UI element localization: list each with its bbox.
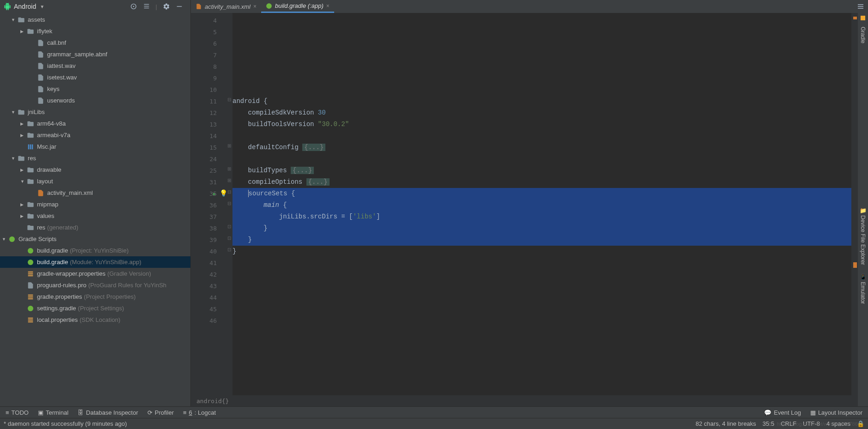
fold-toggle[interactable] <box>226 105 232 117</box>
logcat-tool[interactable]: ≡ 6: Logcat <box>183 409 216 416</box>
code-line[interactable]: buildTypes {...} <box>232 165 851 176</box>
collapse-icon[interactable] <box>143 3 150 10</box>
code-line[interactable]: compileOptions {...} <box>232 176 851 188</box>
tree-item[interactable]: settings.gradle(Project Settings) <box>0 302 190 314</box>
code-line[interactable]: } <box>232 246 851 257</box>
code-line[interactable] <box>232 84 851 96</box>
fold-toggle[interactable] <box>226 71 232 82</box>
line-number[interactable]: 39 <box>191 234 226 246</box>
tree-item[interactable]: isetest.wav <box>0 72 190 83</box>
fold-toggle[interactable] <box>226 128 232 140</box>
fold-toggle[interactable] <box>226 313 232 325</box>
line-gutter[interactable]: 45678910111213141524253135▶3637383940414… <box>191 13 226 395</box>
line-number[interactable]: 14 <box>191 130 226 142</box>
tree-item[interactable]: build.gradle(Module: YuYinShiBie.app) <box>0 256 190 268</box>
fold-toggle[interactable]: ⊞ <box>226 163 232 175</box>
terminal-tool[interactable]: ▣ Terminal <box>38 409 68 416</box>
fold-toggle[interactable] <box>226 24 232 36</box>
line-number[interactable]: 42 <box>191 269 226 280</box>
line-number[interactable]: 45 <box>191 303 226 315</box>
tree-item[interactable]: ▼res <box>0 152 190 164</box>
project-tree[interactable]: ▼assets▶iflytekcall.bnfgrammar_sample.ab… <box>0 13 191 406</box>
line-number[interactable]: 25 <box>191 165 226 176</box>
fold-toggle[interactable] <box>226 267 232 278</box>
fold-toggle[interactable]: ⊡ <box>226 232 232 244</box>
tree-item[interactable]: ▶values <box>0 210 190 222</box>
fold-toggle[interactable] <box>226 302 232 313</box>
project-view-header[interactable]: Android ▼ | <box>0 0 191 13</box>
code-line[interactable] <box>232 315 851 326</box>
tab-build-gradle[interactable]: build.gradle (:app) × <box>261 0 334 13</box>
database-inspector-tool[interactable]: 🗄 Database Inspector <box>78 409 138 416</box>
code-line[interactable]: android { <box>232 96 851 107</box>
tree-item[interactable]: activity_main.xml <box>0 187 190 199</box>
code-line[interactable]: } <box>232 223 851 234</box>
line-number[interactable]: 46 <box>191 315 226 326</box>
tree-item[interactable]: proguard-rules.pro(ProGuard Rules for Yu… <box>0 279 190 291</box>
fold-toggle[interactable]: ⊡ <box>226 244 232 255</box>
tree-item[interactable]: build.gradle(Project: YuYinShiBie) <box>0 245 190 256</box>
tree-item[interactable]: call.bnf <box>0 37 190 48</box>
line-number[interactable]: 10 <box>191 84 226 96</box>
line-number[interactable]: 13 <box>191 119 226 130</box>
fold-toggle[interactable] <box>226 151 232 163</box>
profiler-tool[interactable]: ⟳ Profiler <box>147 409 174 416</box>
tab-activity-main[interactable]: activity_main.xml × <box>191 0 261 13</box>
line-number[interactable]: 41 <box>191 257 226 269</box>
line-number[interactable]: 8 <box>191 61 226 73</box>
line-number[interactable]: 31 <box>191 176 226 188</box>
code-line[interactable]: sourceSets {💡 <box>232 188 851 199</box>
tree-item[interactable]: ▼layout <box>0 175 190 187</box>
code-line[interactable] <box>232 61 851 73</box>
line-number[interactable]: 6 <box>191 38 226 49</box>
tree-item[interactable]: ▶armeabi-v7a <box>0 129 190 141</box>
gear-icon[interactable] <box>163 3 170 10</box>
code-line[interactable] <box>232 26 851 38</box>
line-number[interactable]: 38 <box>191 223 226 234</box>
gradle-tool-tab[interactable]: Gradle <box>859 25 867 45</box>
line-number[interactable]: 4 <box>191 15 226 26</box>
fold-toggle[interactable] <box>226 209 232 221</box>
code-line[interactable]: } <box>232 234 851 246</box>
run-gutter-icon[interactable]: ▶ <box>213 191 216 196</box>
tree-item[interactable]: ▼assets <box>0 14 190 25</box>
fold-toggle[interactable] <box>226 255 232 267</box>
fold-toggle[interactable] <box>226 36 232 48</box>
emulator-tab[interactable]: 📱 Emulator <box>859 272 867 306</box>
error-stripe[interactable] <box>851 13 858 395</box>
line-number[interactable]: 40 <box>191 246 226 257</box>
line-number[interactable]: 15 <box>191 142 226 153</box>
code-line[interactable] <box>232 280 851 292</box>
line-number[interactable]: 11 <box>191 96 226 107</box>
code-line[interactable] <box>232 73 851 84</box>
line-number[interactable]: 7 <box>191 49 226 61</box>
tree-item[interactable]: userwords <box>0 95 190 106</box>
tree-item[interactable]: ▼jniLibs <box>0 106 190 118</box>
layout-inspector-tool[interactable]: ▦ Layout Inspector <box>810 409 862 416</box>
tree-item[interactable]: keys <box>0 83 190 95</box>
fold-toggle[interactable]: ⊞ <box>226 175 232 186</box>
code-line[interactable] <box>232 130 851 142</box>
event-log-tool[interactable]: 💬 Event Log <box>764 409 801 416</box>
code-line[interactable] <box>232 49 851 61</box>
tree-item[interactable]: ▶mipmap <box>0 199 190 210</box>
reader-mode-icon[interactable] <box>857 3 864 10</box>
fold-toggle[interactable]: ⊞ <box>226 140 232 151</box>
fold-toggle[interactable] <box>226 278 232 290</box>
code-line[interactable] <box>232 38 851 49</box>
tree-item[interactable]: local.properties(SDK Location) <box>0 314 190 326</box>
tree-item[interactable]: iattest.wav <box>0 60 190 72</box>
tree-item[interactable]: gradle-wrapper.properties(Gradle Version… <box>0 268 190 279</box>
line-number[interactable]: 24 <box>191 153 226 165</box>
fold-toggle[interactable] <box>226 59 232 71</box>
minimize-icon[interactable] <box>176 3 183 10</box>
code-line[interactable]: buildToolsVersion "30.0.2" <box>232 119 851 130</box>
device-file-explorer-tab[interactable]: 📁 Device File Explorer <box>859 205 867 267</box>
tree-item[interactable]: Msc.jar <box>0 141 190 152</box>
caret-position[interactable]: 35:5 <box>763 420 774 427</box>
close-icon[interactable]: × <box>253 3 257 10</box>
line-number[interactable]: 44 <box>191 292 226 303</box>
code-line[interactable]: main { <box>232 199 851 211</box>
fold-toggle[interactable] <box>226 290 232 302</box>
tree-item[interactable]: ▶arm64-v8a <box>0 118 190 129</box>
